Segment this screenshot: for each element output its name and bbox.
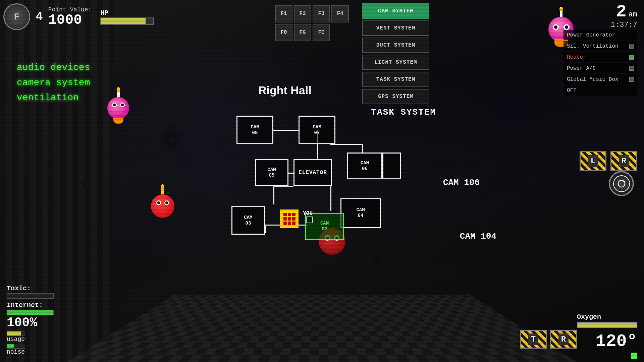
cam-04-room[interactable]: CAM04: [340, 198, 381, 228]
t-button[interactable]: T: [520, 330, 547, 349]
r-button[interactable]: R: [550, 330, 577, 349]
connector-h-1: [273, 130, 299, 131]
overlay-line-1: audio devices: [17, 60, 90, 75]
fkey-f2[interactable]: F2: [294, 5, 311, 22]
cam104-label: CAM 104: [460, 231, 496, 241]
map-container: Right Hall CAM08 CAM07 CAM06 CAM05 ELEVA…: [215, 97, 409, 272]
dot-9: [292, 222, 296, 225]
duct-system-button[interactable]: DUCT SYSTEM: [362, 38, 429, 53]
light-system-button[interactable]: LIGHT SYSTEM: [362, 55, 429, 70]
usage-bar-container: [7, 331, 25, 336]
green-indicator: [631, 353, 637, 359]
dot-2: [288, 213, 291, 216]
cam-03-room[interactable]: CAM03: [231, 206, 265, 235]
right-pupil: [565, 25, 568, 29]
connector-v-4: [330, 186, 331, 211]
left-arrow-label: L: [588, 155, 598, 167]
t-label: T: [528, 334, 538, 345]
left-overlay-text: audio devices camera system ventilation: [17, 60, 90, 105]
cam-05-room[interactable]: CAM05: [255, 159, 288, 186]
level-badge: 4: [36, 10, 43, 24]
r-label: R: [558, 334, 569, 345]
dot-3: [292, 213, 296, 216]
left-eye: [553, 24, 559, 30]
cam-06-room[interactable]: CAM06: [347, 153, 382, 179]
right-eye: [564, 24, 570, 30]
time-hour: 2: [616, 3, 626, 21]
noise-label: noise: [7, 349, 74, 355]
cam-08-label: CAM08: [251, 124, 259, 136]
fkey-f3[interactable]: F3: [313, 5, 330, 22]
right-arrow-label: R: [619, 155, 629, 167]
cam-06-label: CAM06: [361, 160, 369, 172]
internet-bar-container: [7, 310, 54, 315]
small-pink-char: [107, 97, 129, 119]
connector-v-2: [362, 144, 363, 153]
dot-7: [283, 222, 287, 225]
cam-05-label: CAM05: [267, 167, 276, 178]
connector-v-3: [273, 186, 274, 204]
system-panel: CAM SYSTEM VENT SYSTEM DUCT SYSTEM LIGHT…: [362, 3, 429, 104]
point-number: 1000: [48, 13, 82, 27]
fkey-f4[interactable]: F4: [331, 5, 349, 22]
red-enemy-body: [151, 194, 174, 218]
hp-label: HP: [100, 9, 108, 17]
fkey-fg[interactable]: FG: [294, 24, 311, 41]
sil-ventilation-label: Sil. Ventilation: [567, 43, 619, 49]
internet-percent: 100%: [7, 315, 74, 330]
time-suffix: am: [629, 10, 637, 19]
freddy-letter: F: [14, 12, 20, 22]
cam-07-room[interactable]: CAM07: [299, 116, 335, 144]
flame: [559, 7, 563, 11]
dot-4: [283, 217, 287, 221]
task-system-overlay: TASK SYSTEM: [371, 107, 436, 117]
circle-button[interactable]: [609, 171, 634, 196]
right-arrow-button[interactable]: R: [610, 151, 637, 171]
svg-marker-1: [623, 181, 625, 183]
small-right-pupil: [121, 104, 124, 106]
off-item[interactable]: OFF: [564, 85, 637, 96]
fkey-fc[interactable]: FC: [313, 24, 330, 41]
dot-8: [288, 222, 291, 225]
vent-system-button[interactable]: VENT SYSTEM: [362, 20, 429, 36]
fkey-f1[interactable]: F1: [275, 5, 292, 22]
cam-system-button[interactable]: CAM SYSTEM: [362, 3, 429, 19]
pizza-dots: [283, 213, 296, 225]
connector-h-2: [288, 173, 293, 174]
cam-06-ext: [382, 153, 401, 179]
red-right-pupil: [165, 201, 168, 204]
right-systems-panel: Power Generator Sil. Ventilation Heater …: [564, 30, 637, 96]
heater-label: Heater: [567, 54, 586, 60]
cam-08-room[interactable]: CAM08: [236, 116, 273, 144]
spike-decal-1: ✦: [161, 117, 181, 159]
elevator-label: ELEVATOR: [299, 170, 327, 176]
time-countdown: 1:37:7: [611, 21, 637, 29]
power-generator-item: Power Generator: [564, 30, 637, 40]
circle-inner: [613, 175, 630, 192]
time-display: 2 am 1:37:7: [611, 3, 637, 29]
bottom-center-controls: T R: [520, 330, 577, 349]
red-candle: [161, 188, 164, 194]
noise-bar: [7, 344, 14, 348]
fkey-f0[interactable]: F0: [275, 24, 292, 41]
you-text: YOU: [303, 210, 313, 217]
you-small-box: [306, 217, 313, 223]
heater-item[interactable]: Heater: [564, 52, 637, 62]
global-music-box-indicator: [629, 77, 634, 82]
red-right-eye: [164, 200, 169, 205]
candle: [560, 11, 562, 17]
elevator-room[interactable]: ELEVATOR: [293, 159, 332, 186]
task-system-button[interactable]: TASK SYSTEM: [362, 72, 429, 87]
cam-02-label: CAM02: [320, 221, 329, 232]
small-left-eye: [112, 103, 117, 107]
usage-bar: [7, 331, 21, 336]
small-right-eye: [120, 103, 125, 107]
overlay-line-3: ventilation: [17, 90, 90, 106]
left-arrow-button[interactable]: L: [580, 151, 606, 171]
cam-04-label: CAM04: [356, 207, 365, 219]
heater-indicator: [629, 55, 634, 60]
connector-h-4: [273, 186, 293, 187]
degree-display: 120°: [577, 331, 637, 351]
circular-arrow-icon: [616, 179, 627, 189]
character-eyes: [553, 24, 570, 30]
